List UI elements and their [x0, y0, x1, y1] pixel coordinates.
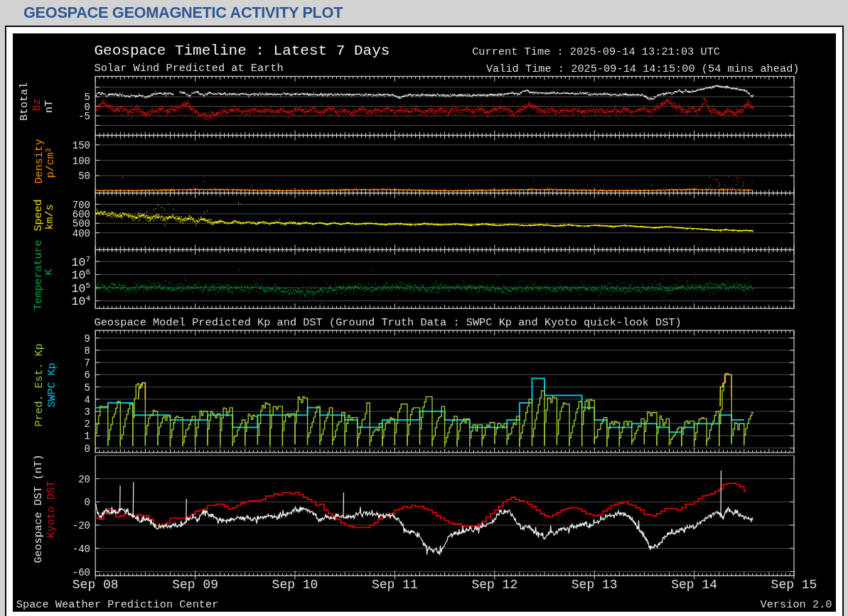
svg-text:p/cm3: p/cm3: [45, 148, 57, 178]
svg-text:400: 400: [73, 228, 90, 239]
svg-text:Density: Density: [33, 139, 45, 183]
svg-text:GEOSPACE GEOMAGNETIC ACTIVITY: GEOSPACE GEOMAGNETIC ACTIVITY PLOT: [23, 4, 343, 21]
svg-text:Space Weather Prediction Cente: Space Weather Prediction Center: [16, 598, 219, 611]
svg-text:Sep 10: Sep 10: [272, 578, 318, 592]
svg-text:3: 3: [85, 406, 90, 418]
svg-text:Geospace Model Predicted Kp an: Geospace Model Predicted Kp and DST (Gro…: [95, 316, 682, 329]
svg-text:km/s: km/s: [44, 204, 56, 229]
svg-text:100: 100: [73, 156, 90, 167]
svg-text:8: 8: [85, 345, 90, 357]
svg-text:SWPC Kp: SWPC Kp: [46, 362, 58, 407]
svg-text:-40: -40: [73, 544, 90, 555]
svg-text:Sep 14: Sep 14: [671, 578, 717, 592]
svg-text:9: 9: [85, 333, 90, 345]
svg-text:7: 7: [85, 357, 90, 369]
svg-text:Kyoto DST: Kyoto DST: [45, 480, 58, 538]
svg-text:6: 6: [85, 369, 90, 381]
svg-text:2: 2: [85, 418, 90, 430]
svg-text:Bz: Bz: [31, 98, 43, 111]
svg-text:-20: -20: [73, 520, 90, 531]
svg-text:Valid Time : 2025-09-14 14:15:: Valid Time : 2025-09-14 14:15:00 (54 min…: [486, 63, 800, 75]
svg-text:Geospace DST (nT): Geospace DST (nT): [33, 454, 45, 563]
svg-text:Current Time : 2025-09-14 13:2: Current Time : 2025-09-14 13:21:03 UTC: [472, 45, 720, 58]
svg-text:Sep 11: Sep 11: [372, 578, 418, 592]
svg-text:Sep 08: Sep 08: [73, 578, 119, 592]
svg-text:Sep 12: Sep 12: [471, 578, 517, 592]
svg-text:Sep 09: Sep 09: [172, 578, 218, 592]
svg-text:50: 50: [78, 171, 90, 182]
svg-text:Solar Wind Predicted at Earth: Solar Wind Predicted at Earth: [95, 62, 284, 75]
svg-text:5: 5: [85, 382, 90, 394]
svg-text:Pred. Est. Kp: Pred. Est. Kp: [33, 343, 45, 426]
svg-text:nT: nT: [43, 100, 55, 113]
svg-text:0: 0: [85, 497, 90, 508]
svg-text:1: 1: [85, 431, 90, 442]
svg-text:K: K: [43, 269, 55, 275]
svg-text:Geospace Timeline : Latest 7 D: Geospace Timeline : Latest 7 Days: [95, 43, 390, 59]
svg-text:Sep 13: Sep 13: [571, 578, 618, 592]
svg-text:Btotal: Btotal: [18, 82, 31, 121]
svg-text:20: 20: [78, 474, 90, 485]
svg-text:Sep 15: Sep 15: [771, 578, 817, 592]
svg-text:Version 2.0: Version 2.0: [761, 598, 832, 611]
svg-text:-60: -60: [73, 567, 90, 578]
svg-text:0: 0: [85, 443, 90, 455]
svg-text:150: 150: [73, 140, 90, 151]
svg-text:Speed: Speed: [33, 199, 45, 231]
svg-text:4: 4: [85, 394, 90, 406]
svg-text:-5: -5: [78, 111, 90, 122]
